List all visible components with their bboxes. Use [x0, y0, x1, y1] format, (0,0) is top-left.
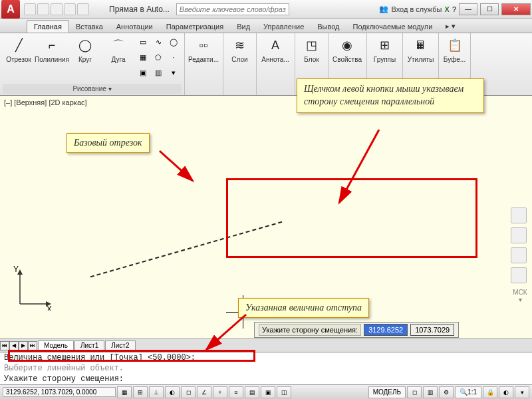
tab-output[interactable]: Вывод — [311, 21, 346, 33]
pan-icon[interactable] — [511, 227, 527, 243]
tool-buffer[interactable]: 📋Буфе... — [442, 35, 467, 65]
status-model[interactable]: МОДЕЛЬ — [368, 386, 406, 398]
nav-next-icon[interactable]: ▶ — [19, 341, 28, 350]
status-scale[interactable]: 🔍 1:1 — [455, 386, 481, 398]
tab-overflow-icon[interactable]: ▸ ▾ — [439, 20, 462, 33]
polar-toggle-icon[interactable]: ◐ — [165, 386, 180, 398]
svg-line-8 — [206, 315, 246, 350]
tab-manage[interactable]: Управление — [257, 21, 311, 33]
lwt-toggle-icon[interactable]: ≡ — [229, 386, 243, 398]
qat-save-icon[interactable] — [51, 3, 63, 15]
svg-text:Y: Y — [13, 265, 19, 274]
qat-redo-icon[interactable] — [77, 3, 89, 15]
point-icon[interactable]: · — [166, 50, 181, 65]
tab-view[interactable]: Вид — [230, 21, 257, 33]
tool-props[interactable]: ◉Свойства — [331, 35, 363, 65]
svg-line-7 — [339, 130, 379, 203]
table-icon[interactable]: ▥ — [151, 65, 166, 80]
nav-first-icon[interactable]: ⏮ — [0, 341, 9, 350]
tool-edit[interactable]: ▫▫Редакти... — [188, 35, 219, 65]
maximize-button[interactable]: ☐ — [480, 3, 499, 15]
minimize-button[interactable]: — — [459, 3, 477, 15]
search-input[interactable] — [176, 3, 289, 15]
tool-layers[interactable]: ≋Слои — [226, 35, 253, 65]
utils-icon: 🖩 — [412, 36, 430, 55]
status-icon-a[interactable]: ◻ — [407, 386, 422, 398]
dyn-y-value[interactable]: 1073.7029 — [410, 324, 454, 336]
circle-icon: ◯ — [76, 36, 94, 55]
dynamic-input: Укажите сторону смещения: 3129.6252 1073… — [254, 322, 459, 338]
navwheel-icon[interactable] — [511, 207, 527, 223]
status-icon-f[interactable]: ▾ — [515, 386, 529, 398]
transp-toggle-icon[interactable]: ▤ — [245, 386, 259, 398]
tool-line[interactable]: ╱Отрезок — [3, 35, 35, 65]
login-link[interactable]: Вход в службы — [391, 5, 442, 13]
tool-circle[interactable]: ◯Круг — [69, 35, 101, 65]
grid-toggle-icon[interactable]: ⊞ — [133, 386, 148, 398]
tool-annot[interactable]: AАннота... — [259, 35, 291, 65]
tab-insert[interactable]: Вставка — [69, 21, 110, 33]
coord-system-label[interactable]: МСК ▾ — [511, 287, 529, 305]
tab-parametric[interactable]: Параметризация — [160, 21, 230, 33]
svg-line-6 — [160, 151, 193, 181]
callout-offset-side: Щелчком левой кнопки мыши указываем стор… — [297, 78, 484, 113]
exchange-icon[interactable]: X — [445, 5, 450, 13]
quick-access-toolbar — [24, 3, 89, 15]
cmd-current[interactable]: Укажите сторону смещения: — [0, 374, 532, 384]
status-coords[interactable]: 3129.6252, 1073.7029, 0.0000 — [3, 387, 116, 397]
tab-annotate[interactable]: Аннотации — [110, 21, 160, 33]
nav-last-icon[interactable]: ⏭ — [28, 341, 37, 350]
qp-toggle-icon[interactable]: ▣ — [261, 386, 275, 398]
qat-undo-icon[interactable] — [64, 3, 76, 15]
osnap-toggle-icon[interactable]: ◻ — [181, 386, 196, 398]
status-icon-c[interactable]: ⚙ — [439, 386, 454, 398]
nav-palette: МСК ▾ — [511, 207, 529, 305]
nav-prev-icon[interactable]: ◀ — [9, 341, 19, 350]
ortho-toggle-icon[interactable]: ⊥ — [149, 386, 164, 398]
tab-plugins[interactable]: Подключаемые модули — [346, 21, 440, 33]
block-icon: ◳ — [303, 36, 321, 55]
tool-groups[interactable]: ⊞Группы — [370, 35, 400, 65]
hatch-icon[interactable]: ▦ — [136, 50, 150, 65]
panel-label-draw[interactable]: Рисование ▾ — [3, 84, 182, 94]
snap-toggle-icon[interactable]: ▦ — [117, 386, 132, 398]
dyn-x-value[interactable]: 3129.6252 — [364, 324, 408, 336]
help-icon[interactable]: ? — [452, 5, 456, 13]
qat-new-icon[interactable] — [24, 3, 36, 15]
tab-home[interactable]: Главная — [27, 20, 69, 33]
layers-icon: ≋ — [231, 36, 249, 55]
close-button[interactable]: ✕ — [501, 3, 531, 15]
status-icon-e[interactable]: ◐ — [499, 386, 513, 398]
status-icon-d[interactable]: 🔒 — [483, 386, 497, 398]
ribbon-tabs: Главная Вставка Аннотации Параметризация… — [0, 19, 532, 33]
region-icon[interactable]: ▣ — [136, 65, 150, 80]
rect-icon[interactable]: ▭ — [136, 35, 150, 49]
cmd-history-2: Выберите линейный объект. — [0, 363, 532, 374]
login-icon[interactable]: 👥 — [379, 5, 388, 13]
ellipse-icon[interactable]: ◯ — [166, 35, 181, 49]
viewport-label[interactable]: [–] [Верхняя] [2D каркас] — [4, 98, 87, 106]
groups-icon: ⊞ — [376, 36, 394, 55]
app-icon[interactable]: A — [1, 0, 20, 19]
tab-sheet1[interactable]: Лист1 — [74, 340, 104, 350]
ucs-icon: XY — [13, 264, 53, 312]
tool-polyline[interactable]: ⌐Полилиния — [36, 35, 68, 65]
title-bar: A Прямая в Auto... 👥 Вход в службы X ? —… — [0, 0, 532, 19]
polygon-icon[interactable]: ⬠ — [151, 50, 166, 65]
tool-block[interactable]: ◳Блок — [298, 35, 325, 65]
dyn-toggle-icon[interactable]: + — [213, 386, 227, 398]
tab-model[interactable]: Модель — [38, 340, 74, 350]
draw-extra-grid: ▭ ∿ ◯ ▦ ⬠ · ▣ ▥ ▾ — [136, 35, 181, 80]
arc-icon: ⌒ — [109, 36, 128, 55]
orbit-icon[interactable] — [511, 267, 527, 283]
tool-arc[interactable]: ⌒Дуга — [102, 35, 134, 65]
zoom-icon[interactable] — [511, 247, 527, 263]
otrack-toggle-icon[interactable]: ∠ — [197, 386, 211, 398]
qat-open-icon[interactable] — [37, 3, 49, 15]
sc-toggle-icon[interactable]: ◫ — [277, 386, 291, 398]
more-icon[interactable]: ▾ — [166, 65, 181, 80]
status-icon-b[interactable]: ▥ — [423, 386, 438, 398]
spline-icon[interactable]: ∿ — [151, 35, 166, 49]
tool-utils[interactable]: 🖩Утилиты — [406, 35, 436, 65]
tab-sheet2[interactable]: Лист2 — [105, 340, 135, 350]
